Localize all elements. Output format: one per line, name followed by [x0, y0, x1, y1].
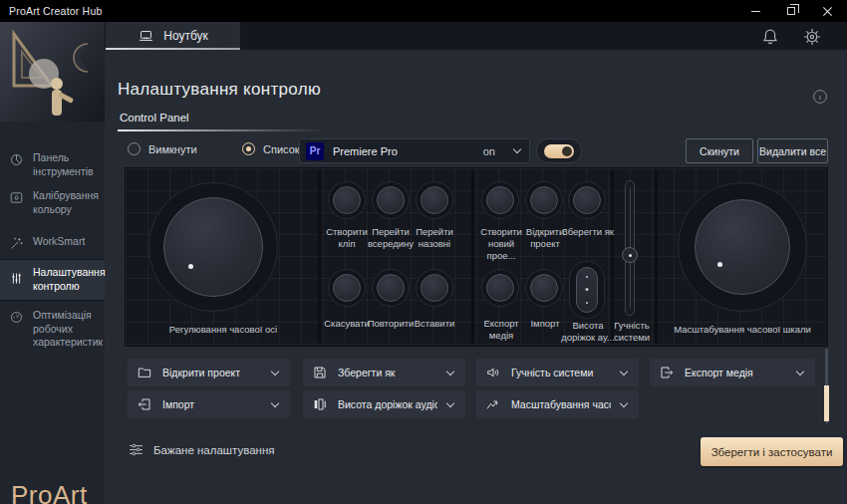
knob-label: Вставити	[408, 318, 461, 330]
section-divider	[611, 170, 614, 344]
dial-label: Масштабування часової шкали	[633, 324, 847, 336]
track-height-slider[interactable]	[576, 267, 598, 313]
mapping-dropdown-import[interactable]: Імпорт	[128, 390, 290, 418]
worksmart-wand-icon	[9, 236, 26, 255]
mapping-dropdown-track-height[interactable]: Висота доріжок аудіо	[303, 390, 465, 418]
sidebar-item-label: Налаштування контролю	[33, 266, 106, 293]
optimization-gauge-icon	[9, 310, 26, 350]
app-state: on	[483, 145, 495, 157]
app-selector-dropdown[interactable]: Pr Premiere Pro on	[299, 138, 530, 163]
tab-underline	[118, 129, 327, 131]
knob-new-project[interactable]	[481, 181, 519, 219]
knob-save-as[interactable]	[568, 181, 606, 219]
notifications-button[interactable]	[758, 26, 782, 48]
chevron-down-icon	[620, 398, 628, 406]
proart-artwork	[0, 22, 105, 122]
radio-disable[interactable]: Вимкнути	[128, 142, 197, 155]
device-tab-label: Ноутбук	[163, 29, 208, 43]
sidebar-item-label: Оптимізація робочих характеристик	[33, 309, 103, 350]
knob-export-media[interactable]	[481, 269, 519, 307]
app-name: Premiere Pro	[333, 145, 474, 157]
mapping-dropdown-save-as[interactable]: Зберегти як	[303, 359, 465, 386]
sidebar-item-label: Калібрування кольору	[33, 189, 99, 216]
knob-go-inside[interactable]	[372, 181, 410, 219]
toggle-track	[544, 144, 574, 158]
knob-redo[interactable]	[372, 269, 410, 307]
knob-label: Зберегти як	[560, 226, 616, 238]
dial-indicator-dot	[717, 262, 722, 267]
gear-icon	[800, 26, 824, 48]
folder-icon	[137, 365, 152, 380]
dashboard-icon	[9, 152, 26, 178]
mapping-dropdown-export-media[interactable]: Експорт медія	[650, 359, 815, 386]
dial-label: Регулювання часової осі	[126, 324, 321, 336]
proart-logo: ProArt	[11, 480, 88, 504]
chevron-down-icon	[446, 398, 454, 406]
settings-button[interactable]	[800, 26, 824, 48]
sidebar-item-label: Панель інструментів	[33, 151, 99, 178]
delete-all-button[interactable]: Видалити все	[757, 138, 828, 163]
scrollbar-thumb[interactable]	[824, 385, 829, 421]
timeline-scale-dial[interactable]	[695, 199, 790, 295]
maximize-button[interactable]	[777, 0, 805, 22]
volume-slider-knob[interactable]	[622, 247, 638, 263]
speaker-icon	[485, 365, 501, 380]
knob-go-outside[interactable]	[416, 181, 453, 219]
device-tab-bar: Ноутбук	[105, 22, 847, 50]
dial-indicator-dot	[188, 264, 193, 269]
export-icon	[659, 365, 675, 380]
section-divider	[655, 170, 658, 344]
chevron-down-icon	[620, 367, 628, 375]
info-icon	[811, 88, 829, 106]
laptop-icon	[138, 28, 154, 45]
toggle-knob	[562, 146, 572, 156]
save-and-apply-button[interactable]: Зберегти і застосувати	[701, 437, 843, 466]
preferred-settings[interactable]: Бажане налаштування	[128, 441, 275, 458]
chevron-down-icon	[271, 367, 279, 375]
chevron-down-icon	[513, 145, 521, 153]
app-enable-toggle[interactable]	[536, 138, 582, 163]
tab-laptop[interactable]: Ноутбук	[106, 22, 240, 50]
knob-label: Перейти назовні	[408, 226, 461, 250]
tab-control-panel[interactable]: Control Panel	[120, 112, 189, 124]
knob-undo[interactable]	[328, 269, 366, 307]
preferred-settings-label: Бажане налаштування	[153, 444, 275, 456]
mapping-dropdown-system-volume[interactable]: Гучність системи	[476, 359, 639, 386]
minimize-button[interactable]	[741, 0, 769, 22]
chevron-down-icon	[446, 367, 454, 375]
chevron-down-icon	[796, 367, 804, 375]
sidebar-item-dashboard[interactable]: Панель інструментів	[0, 147, 105, 182]
sidebar-item-performance-optimization[interactable]: Оптимізація робочих характеристик	[0, 305, 105, 354]
knob-import[interactable]	[525, 269, 563, 307]
sidebar-item-color-calibration[interactable]: Калібрування кольору	[0, 185, 105, 220]
preferences-sliders-icon	[128, 441, 144, 458]
bell-icon	[758, 26, 782, 48]
sidebar-item-worksmart[interactable]: WorkSmart	[0, 231, 105, 259]
mapping-dropdown-timeline-scale[interactable]: Масштабування часової шкали	[476, 390, 639, 418]
premiere-pro-icon: Pr	[306, 142, 324, 160]
scale-icon	[485, 396, 501, 412]
mapping-dropdown-open-project[interactable]: Відкрити проект	[128, 359, 290, 386]
app-window: ProArt Creator Hub Пане	[0, 0, 847, 504]
track-height-icon	[312, 396, 328, 412]
color-calibration-icon	[9, 190, 26, 216]
page-title: Налаштування контролю	[118, 80, 321, 100]
knob-open-project[interactable]	[525, 181, 563, 219]
close-button[interactable]	[813, 0, 841, 22]
sidebar-item-control-settings[interactable]: Налаштування контролю	[0, 259, 105, 301]
info-button[interactable]	[811, 88, 829, 106]
knob-paste[interactable]	[416, 269, 453, 307]
title-bar: ProArt Creator Hub	[0, 0, 847, 22]
close-icon	[822, 6, 833, 17]
knob-create-clip[interactable]	[328, 181, 366, 219]
chevron-down-icon	[271, 398, 279, 406]
timeline-adjust-dial[interactable]	[163, 197, 263, 297]
sidebar-item-label: WorkSmart	[33, 235, 85, 255]
window-title: ProArt Creator Hub	[9, 5, 102, 17]
import-icon	[137, 396, 152, 412]
radio-circle-checked	[242, 142, 255, 155]
save-icon	[312, 365, 328, 380]
abstract-art-graphic	[0, 22, 105, 122]
radio-label: Вимкнути	[148, 143, 197, 155]
reset-button[interactable]: Скинути	[686, 138, 753, 163]
